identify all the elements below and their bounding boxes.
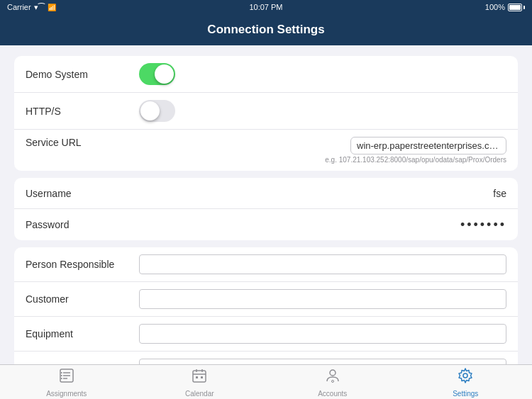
status-bar: Carrier ▾⁀ 📶 10:07 PM 100%: [0, 0, 532, 14]
nav-title: Connection Settings: [207, 23, 324, 37]
username-row: Username: [14, 178, 518, 209]
equipment-label: Equipment: [26, 328, 139, 339]
wifi-icon: ▾⁀: [34, 3, 45, 12]
tab-calendar[interactable]: Calendar: [133, 365, 267, 399]
settings-label: Settings: [453, 390, 478, 398]
username-label: Username: [26, 188, 139, 199]
person-responsible-row: Person Responsible: [14, 247, 518, 282]
calendar-label: Calendar: [185, 390, 214, 398]
customer-input[interactable]: [139, 289, 506, 309]
demo-system-row: Demo System: [14, 56, 518, 93]
toggle-section: Demo System HTTP/S Service URL win-erp.p…: [14, 56, 518, 171]
ibase-row: IBase: [14, 352, 518, 364]
service-url-container: win-erp.paperstreetenterprises.com:8010.…: [139, 137, 506, 164]
status-time: 10:07 PM: [249, 3, 282, 11]
password-value[interactable]: •••••••: [139, 218, 506, 232]
equipment-row: Equipment: [14, 317, 518, 352]
tab-assignments[interactable]: Assignments: [0, 365, 133, 399]
demo-system-label: Demo System: [26, 69, 139, 80]
password-label: Password: [26, 219, 139, 230]
battery-icon: [508, 4, 525, 11]
svg-rect-15: [201, 376, 203, 378]
assignments-label: Assignments: [46, 390, 87, 398]
person-responsible-label: Person Responsible: [26, 259, 139, 270]
nav-bar: Connection Settings: [0, 14, 532, 45]
service-url-label: Service URL: [26, 137, 139, 148]
username-input[interactable]: [139, 188, 506, 199]
svg-point-17: [331, 380, 333, 382]
ibase-input[interactable]: [139, 359, 506, 364]
https-row: HTTP/S: [14, 93, 518, 130]
wifi-signal: 📶: [48, 4, 56, 11]
https-label: HTTP/S: [26, 106, 139, 117]
credentials-section: Username Password •••••••: [14, 178, 518, 240]
service-url-value[interactable]: win-erp.paperstreetenterprises.com:8010.…: [350, 137, 506, 154]
https-toggle[interactable]: [139, 100, 175, 122]
tab-bar: Assignments Calendar Accounts: [0, 364, 532, 399]
customer-row: Customer: [14, 282, 518, 317]
calendar-icon: [191, 367, 208, 388]
customer-label: Customer: [26, 293, 139, 305]
status-bar-left: Carrier ▾⁀ 📶: [7, 3, 56, 12]
assignments-icon: [58, 367, 75, 388]
equipment-input[interactable]: [139, 324, 506, 344]
status-bar-right: 100%: [485, 3, 525, 11]
extra-fields-section: Person Responsible Customer Equipment IB…: [14, 247, 518, 364]
content-area: Demo System HTTP/S Service URL win-erp.p…: [0, 45, 532, 364]
accounts-label: Accounts: [318, 390, 347, 398]
tab-settings[interactable]: Settings: [399, 365, 533, 399]
settings-icon: [457, 367, 474, 388]
service-url-row: Service URL win-erp.paperstreetenterpris…: [14, 130, 518, 171]
tab-accounts[interactable]: Accounts: [266, 365, 399, 399]
person-responsible-input[interactable]: [139, 254, 506, 274]
carrier-label: Carrier: [7, 3, 31, 11]
battery-percent: 100%: [485, 3, 505, 11]
password-row: Password •••••••: [14, 209, 518, 240]
https-thumb: [140, 101, 160, 120]
svg-rect-10: [193, 371, 206, 382]
svg-point-18: [463, 373, 467, 378]
demo-system-toggle[interactable]: [139, 63, 175, 85]
service-url-hint: e.g. 107.21.103.252:8000/sap/opu/odata/s…: [325, 156, 506, 164]
svg-rect-14: [196, 376, 198, 378]
accounts-icon: [324, 367, 341, 388]
demo-system-thumb: [155, 64, 174, 84]
svg-point-16: [330, 370, 336, 376]
